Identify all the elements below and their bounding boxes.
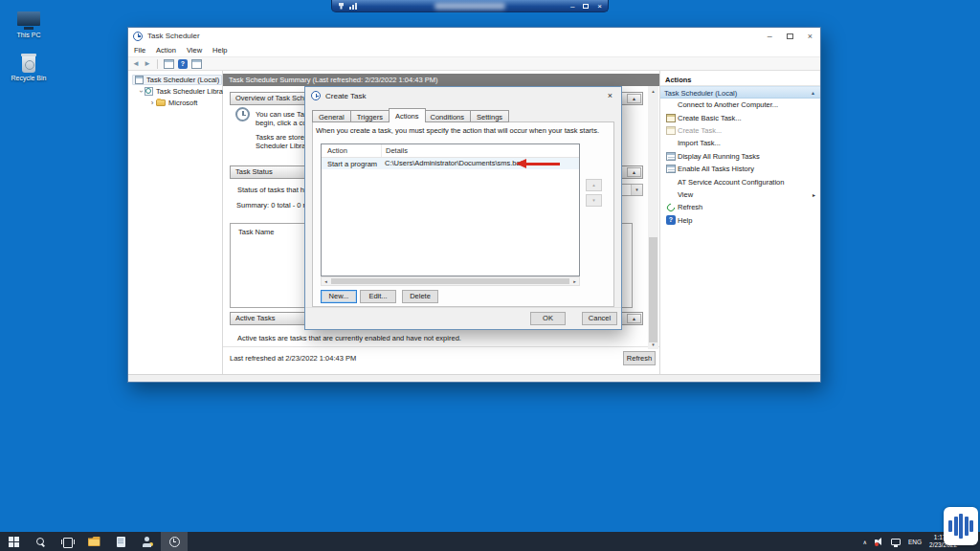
desktop-icon-label: This PC	[3, 32, 55, 38]
connection-signal-icon	[349, 3, 357, 10]
cancel-button[interactable]: Cancel	[582, 312, 617, 325]
chevron-down-icon[interactable]: ›	[137, 87, 145, 96]
scroll-right-icon[interactable]: ▸	[570, 277, 579, 285]
tree-item-microsoft[interactable]: › Microsoft	[128, 97, 222, 108]
action-create-task[interactable]: Create Task...	[660, 124, 820, 137]
submenu-arrow-icon: ▸	[813, 191, 815, 198]
action-view[interactable]: View ▸	[660, 188, 820, 201]
file-explorer-button[interactable]	[80, 532, 107, 551]
dropdown-icon[interactable]: ▾	[631, 185, 642, 195]
horizontal-scrollbar[interactable]: ◂ ▸	[321, 276, 580, 286]
action-cell: Start a program	[322, 160, 381, 168]
menu-view[interactable]: View	[187, 46, 202, 55]
edit-button[interactable]: Edit...	[360, 290, 396, 303]
document-icon	[117, 537, 125, 547]
help-icon: ?	[666, 215, 676, 225]
rdp-minimize-button[interactable]: –	[570, 0, 574, 12]
scrollbar-thumb[interactable]	[331, 278, 569, 284]
menu-file[interactable]: File	[134, 46, 145, 55]
volume-muted-icon[interactable]	[875, 538, 883, 546]
scroll-up-icon[interactable]: ▴	[648, 86, 658, 96]
rdp-restore-button[interactable]	[583, 4, 589, 9]
action-refresh[interactable]: Refresh	[660, 201, 820, 213]
task-scheduler-taskbar-button[interactable]	[161, 532, 188, 551]
chevron-right-icon[interactable]: ›	[148, 99, 156, 107]
scroll-down-icon[interactable]: ▾	[648, 340, 658, 349]
last-refreshed-text: Last refreshed at 2/23/2022 1:04:43 PM	[230, 354, 356, 363]
action-import-task[interactable]: Import Task...	[660, 137, 820, 149]
pin-icon[interactable]	[339, 3, 344, 10]
dialog-titlebar[interactable]: Create Task ×	[305, 87, 621, 104]
delete-button[interactable]: Delete	[402, 290, 438, 303]
rdp-session-title	[434, 3, 505, 10]
console-tree: Task Scheduler (Local) › Task Scheduler …	[128, 71, 223, 374]
dialog-close-icon[interactable]: ×	[608, 91, 612, 100]
tab-settings[interactable]: Settings	[471, 110, 509, 122]
watermark-logo	[944, 507, 978, 545]
show-console-tree-icon[interactable]	[164, 59, 174, 69]
overview-text: Tasks are stored i	[256, 133, 312, 142]
document-app-button[interactable]	[107, 532, 134, 551]
back-icon[interactable]: ◄	[132, 58, 140, 69]
search-button[interactable]	[27, 532, 54, 551]
minimize-button[interactable]: –	[768, 32, 772, 41]
window-status-bar	[128, 374, 820, 382]
folder-icon	[156, 99, 166, 106]
tree-item-task-scheduler-library[interactable]: › Task Scheduler Library	[128, 85, 222, 97]
scrollbar-thumb[interactable]	[649, 237, 657, 342]
desktop-icon-label: Recycle Bin	[3, 75, 55, 81]
action-help[interactable]: ? Help	[660, 214, 820, 227]
overview-text: Scheduler Library	[256, 142, 312, 150]
menu-help[interactable]: Help	[212, 46, 227, 55]
desktop-icon-this-pc[interactable]: This PC	[3, 11, 55, 38]
tab-general[interactable]: General	[312, 110, 351, 122]
action-connect-to-another-computer[interactable]: Connect to Another Computer...	[660, 99, 820, 111]
language-indicator[interactable]: ENG	[908, 539, 922, 545]
window-titlebar[interactable]: Task Scheduler – ×	[128, 28, 820, 44]
show-action-pane-icon[interactable]	[191, 59, 202, 69]
people-app-button[interactable]	[134, 532, 161, 551]
library-icon	[145, 87, 153, 96]
refresh-icon	[665, 202, 676, 212]
tab-conditions[interactable]: Conditions	[425, 110, 471, 122]
rdp-close-button[interactable]: ×	[597, 0, 602, 12]
highlight-arrow	[516, 159, 562, 168]
tab-triggers[interactable]: Triggers	[351, 110, 390, 122]
close-button[interactable]: ×	[808, 32, 813, 41]
help-icon[interactable]: ?	[178, 59, 188, 69]
active-tasks-description: Active tasks are tasks that are currentl…	[237, 334, 461, 342]
new-button[interactable]: New...	[321, 290, 357, 303]
tab-actions[interactable]: Actions	[389, 108, 426, 122]
rdp-connection-bar[interactable]: – ×	[331, 0, 609, 12]
tree-item-task-scheduler-local[interactable]: Task Scheduler (Local)	[128, 74, 222, 85]
action-create-basic-task[interactable]: Create Basic Task...	[660, 111, 820, 123]
start-button[interactable]	[0, 532, 27, 551]
ok-button[interactable]: OK	[530, 312, 566, 325]
maximize-button[interactable]	[787, 33, 793, 39]
collapse-icon[interactable]: ▲	[627, 314, 641, 323]
forward-icon[interactable]: ►	[144, 58, 151, 69]
scroll-left-icon[interactable]: ◂	[322, 277, 330, 285]
column-details: Details	[381, 144, 579, 157]
action-enable-all-tasks-history[interactable]: Enable All Tasks History	[660, 163, 820, 175]
action-display-all-running-tasks[interactable]: Display All Running Tasks	[660, 150, 820, 163]
network-icon[interactable]	[891, 539, 901, 545]
desktop-icon-recycle-bin[interactable]: Recycle Bin	[3, 54, 55, 81]
action-at-service-account-configuration[interactable]: AT Service Account Configuration	[660, 175, 820, 187]
search-icon	[35, 537, 46, 547]
refresh-button[interactable]: Refresh	[623, 351, 656, 365]
move-down-button[interactable]: ▾	[586, 194, 602, 207]
menu-action[interactable]: Action	[156, 46, 176, 55]
taskbar: ∧ ENG 1:17 PM 2/23/2022	[0, 532, 980, 551]
actions-list[interactable]: Action Details Start a program C:\Users\…	[321, 143, 580, 276]
create-task-dialog: Create Task × General Triggers Actions C…	[304, 86, 622, 330]
collapse-icon[interactable]: ▲	[627, 167, 641, 177]
actions-group-header[interactable]: Task Scheduler (Local) ▲	[660, 86, 820, 99]
task-view-button[interactable]	[54, 532, 80, 551]
collapse-icon[interactable]: ▲	[627, 94, 641, 103]
this-pc-icon	[17, 11, 40, 26]
vertical-scrollbar[interactable]: ▴ ▾	[648, 86, 658, 349]
overview-clock-icon	[235, 107, 250, 121]
move-up-button[interactable]: ▴	[586, 179, 602, 191]
tray-expand-icon[interactable]: ∧	[863, 539, 867, 545]
